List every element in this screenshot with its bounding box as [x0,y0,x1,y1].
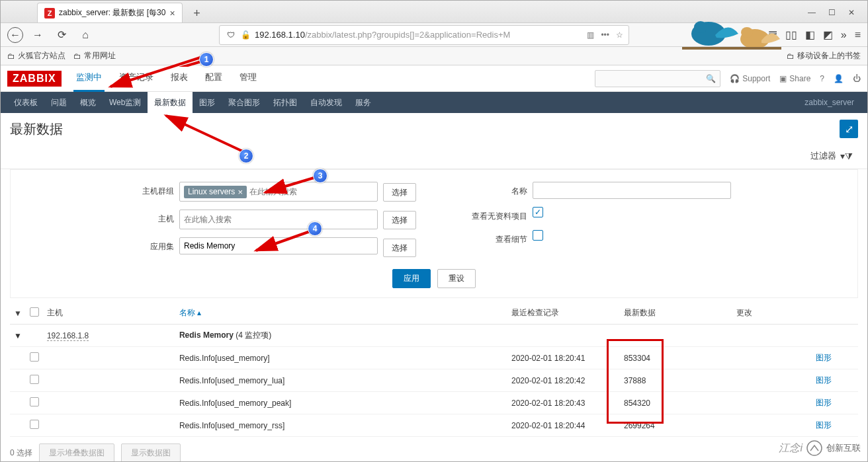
new-tab-button[interactable]: + [188,4,206,22]
svg-point-11 [807,441,822,455]
subnav-dashboard[interactable]: 仪表板 [7,92,44,113]
close-window-button[interactable]: ✕ [842,5,861,20]
bookmark-star-icon[interactable]: ☆ [616,30,623,40]
graph-link[interactable]: 图形 [816,420,832,430]
logout-icon[interactable]: ⏻ [853,74,861,83]
overflow-menu-icon[interactable]: » [841,29,847,41]
tracking-shield-icon[interactable]: 🛡 [225,29,237,41]
selection-count: 0 选择 [10,447,32,459]
extension-puzzle-icon[interactable]: ✦ [752,28,760,41]
host-link[interactable]: 192.168.1.8 [47,331,89,341]
extension-icon-1[interactable]: ◧ [805,28,815,41]
app-menu-icon[interactable]: ≡ [855,29,861,41]
subnav-screens[interactable]: 聚合图形 [222,92,267,113]
expand-all-toggle[interactable]: ▼ [10,302,26,325]
select-application-button[interactable]: 选择 [383,239,416,257]
graph-link[interactable]: 图形 [816,398,832,407]
th-lastdata[interactable]: 最新数据 [620,302,732,325]
hostgroup-ghost-input[interactable] [249,187,373,196]
support-link[interactable]: 🎧 Support [730,74,770,83]
home-button[interactable]: ⌂ [76,26,95,44]
subnav-discovery[interactable]: 自动发现 [304,92,349,113]
maximize-button[interactable]: ☐ [822,5,841,20]
reload-button[interactable]: ⟳ [52,26,71,44]
folder-icon: 🗀 [7,52,15,61]
user-icon[interactable]: 👤 [834,74,844,83]
bookmark-common-urls[interactable]: 🗀 常用网址 [73,50,116,61]
noinfo-checkbox[interactable]: ✓ [533,207,543,217]
show-data-graph-button[interactable]: 显示数据图 [121,443,181,462]
row-checkbox[interactable] [30,397,39,406]
zabbix-logo[interactable]: ZABBIX [7,71,62,87]
row-checkbox[interactable] [30,420,39,429]
bookmark-firefox-official[interactable]: 🗀 火狐官方站点 [7,50,65,61]
graph-link[interactable]: 图形 [816,375,832,385]
item-name: Redis.Info[used_memory_peak] [175,392,507,414]
select-all-checkbox[interactable] [30,307,39,317]
library-icon[interactable]: 𝌆 [768,28,777,41]
page-title: 最新数据 [10,120,63,138]
fullscreen-button[interactable]: ⤢ [840,120,858,138]
show-stacked-graph-button[interactable]: 显示堆叠数据图 [39,443,114,462]
apply-button[interactable]: 应用 [392,269,431,288]
main-nav-reports[interactable]: 报表 [168,65,191,92]
item-value: 853304 [620,347,732,369]
subnav-maps[interactable]: 拓扑图 [267,92,304,113]
main-nav-administration[interactable]: 管理 [237,65,259,92]
table-row: Redis.Info[used_memory] 2020-02-01 18:20… [10,347,858,369]
search-input[interactable] [599,74,706,83]
th-change[interactable]: 更改 [732,302,812,325]
detail-checkbox[interactable]: ✓ [533,230,543,241]
item-lastcheck: 2020-02-01 18:20:44 [507,414,620,437]
data-area: ▼ 主机 名称 ▴ 最近检查记录 最新数据 更改 ▼ 192.168.1.8 R… [1,298,867,437]
forward-button[interactable]: → [28,26,47,44]
row-checkbox[interactable] [30,375,39,384]
watermark: 江念i 创新互联 [779,440,861,456]
subnav-overview[interactable]: 概览 [73,92,103,113]
mobile-bookmarks[interactable]: 🗀 移动设备上的书签 [787,50,861,61]
address-bar[interactable]: 🛡 🔓 192.168.1.10/zabbix/latest.php?group… [219,25,629,45]
funnel-icon: ▾⧩ [840,151,853,162]
back-button[interactable]: ← [7,27,23,43]
th-name[interactable]: 名称 ▴ [175,302,507,325]
row-checkbox[interactable] [30,352,39,362]
th-lastcheck[interactable]: 最近检查记录 [507,302,620,325]
name-input[interactable] [533,182,731,199]
main-nav-inventory[interactable]: 资产记录 [116,65,156,92]
application-input[interactable] [179,237,378,254]
share-link[interactable]: ▣ Share [779,74,810,83]
url-text: 192.168.1.10/zabbix/latest.php?groupids[… [255,30,583,40]
graph-link[interactable]: 图形 [816,353,832,362]
host-input[interactable] [179,210,378,229]
subnav-services[interactable]: 服务 [349,92,378,113]
table-row: Redis.Info[used_memory_lua] 2020-02-01 1… [10,369,858,392]
filter-toggle[interactable]: 过滤器 ▾⧩ [805,147,858,166]
item-value: 2699264 [620,414,732,437]
select-host-button[interactable]: 选择 [383,211,416,229]
collapse-toggle[interactable]: ▼ [10,325,26,347]
filter-panel: 主机群组 Linux servers × 选择 主机 选择 应用集 [10,169,858,298]
host-ghost-input[interactable] [184,215,373,224]
select-hostgroup-button[interactable]: 选择 [383,183,416,202]
subnav-graphs[interactable]: 图形 [193,92,222,113]
subnav-latest-data[interactable]: 最新数据 [148,92,193,113]
global-search[interactable]: 🔍 [595,70,720,87]
tag-remove-icon[interactable]: × [238,187,243,197]
sidebar-icon[interactable]: ▯▯ [785,28,797,41]
main-nav-configuration[interactable]: 配置 [202,65,225,92]
main-nav-monitoring[interactable]: 监测中 [73,65,105,92]
help-icon[interactable]: ? [820,74,824,83]
browser-address-bar-row: ← → ⟳ ⌂ 🛡 🔓 192.168.1.10/zabbix/latest.p… [1,23,867,47]
reset-button[interactable]: 重设 [437,269,476,288]
browser-tab[interactable]: Z zabbix_server: 最新数据 [每30 × [37,3,183,22]
tab-close-icon[interactable]: × [169,8,175,19]
hostgroup-input[interactable]: Linux servers × [179,182,378,202]
page-actions-icon[interactable]: ••• [601,30,609,40]
subnav-web[interactable]: Web监测 [103,92,148,113]
reader-mode-icon[interactable]: ▥ [587,30,594,40]
th-host[interactable]: 主机 [43,302,175,325]
minimize-button[interactable]: — [803,5,821,20]
search-icon[interactable]: 🔍 [706,74,716,83]
extension-icon-2[interactable]: ◩ [823,28,833,41]
subnav-problems[interactable]: 问题 [44,92,73,113]
